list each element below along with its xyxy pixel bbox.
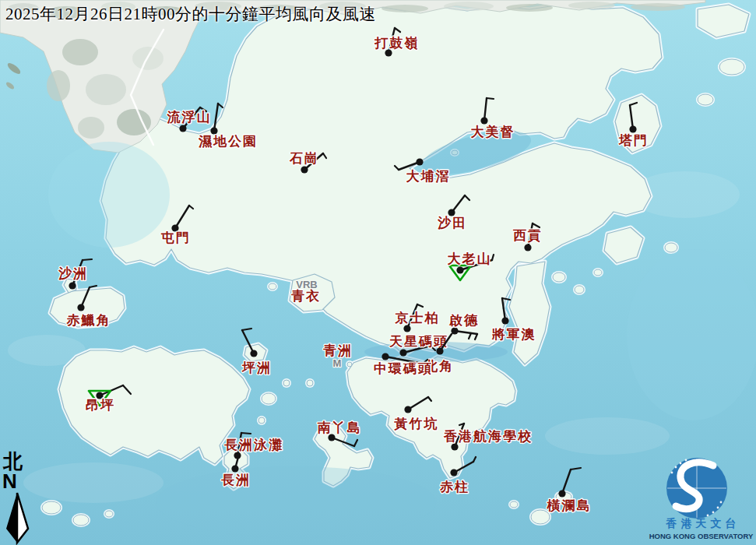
station-dot xyxy=(301,166,308,173)
circle-shape xyxy=(680,462,682,465)
ellipse-shape xyxy=(627,249,756,420)
station-label: 沙洲 xyxy=(58,266,88,281)
station-label: 坪洲 xyxy=(241,360,272,375)
station-label: 橫瀾島 xyxy=(547,498,592,513)
wind-barb-tick xyxy=(487,98,494,99)
station-label: 沙田 xyxy=(437,216,467,230)
ellipse-shape xyxy=(48,142,170,248)
station-label: 長洲 xyxy=(221,473,251,487)
circle-shape xyxy=(717,507,719,509)
wind-map-page: 打鼓嶺流浮山濕地公園石崗屯門沙洲赤鱲角大埔滘大美督塔門沙田西貢大老山青衣VRB京… xyxy=(0,0,756,545)
station-label: 赤柱 xyxy=(439,480,469,494)
station-dot xyxy=(77,304,84,311)
wind-map-svg: 打鼓嶺流浮山濕地公園石崗屯門沙洲赤鱲角大埔滘大美督塔門沙田西貢大老山青衣VRB京… xyxy=(0,0,756,545)
ellipse-shape xyxy=(269,283,276,290)
station-label: 青衣 xyxy=(291,289,321,304)
station-label: 流浮山 xyxy=(167,110,212,125)
station-dot xyxy=(403,325,410,332)
station-dot xyxy=(436,347,443,354)
station-label: 黃竹坑 xyxy=(394,416,439,431)
station-label: 中環碼頭 xyxy=(374,361,433,376)
station-label: 大美督 xyxy=(471,124,515,139)
ellipse-shape xyxy=(382,5,428,12)
north-arrow-icon xyxy=(2,491,32,545)
station-dot xyxy=(524,244,531,251)
ellipse-shape xyxy=(553,272,565,282)
hko-logo-name-en: HONG KONG OBSERVATORY xyxy=(646,532,756,540)
ellipse-shape xyxy=(545,417,670,455)
station-label: 青洲 xyxy=(323,343,353,358)
station-dot xyxy=(404,406,411,413)
station-dot xyxy=(558,490,565,497)
station-dot xyxy=(451,443,458,450)
ellipse-shape xyxy=(594,269,602,276)
ellipse-shape xyxy=(258,417,265,424)
station-label: 赤鱲角 xyxy=(66,313,111,328)
station-青衣: 青衣VRB xyxy=(291,279,321,304)
station-label: 西貢 xyxy=(512,228,543,243)
north-indicator: 北 N xyxy=(2,452,33,545)
ellipse-shape xyxy=(42,501,61,514)
circle-shape xyxy=(720,501,723,504)
ellipse-shape xyxy=(698,94,713,105)
wind-barb-tick xyxy=(83,259,92,260)
hko-logo: 香港天文台 HONG KONG OBSERVATORY xyxy=(646,452,756,545)
station-label: 塔門 xyxy=(618,133,649,148)
hko-logo-icon xyxy=(646,452,756,545)
wind-barb-tick xyxy=(241,433,251,434)
north-hanzi: 北 xyxy=(3,452,33,471)
station-label: 大老山 xyxy=(448,251,492,266)
station-dot xyxy=(480,117,487,124)
ellipse-shape xyxy=(719,59,744,75)
ellipse-shape xyxy=(506,4,553,12)
circle-shape xyxy=(671,472,673,474)
station-label: 南丫島 xyxy=(318,420,362,435)
station-label: 啟德 xyxy=(448,313,479,328)
ellipse-shape xyxy=(510,501,518,508)
ellipse-shape xyxy=(156,466,436,538)
ellipse-shape xyxy=(262,393,276,404)
ellipse-shape xyxy=(568,2,615,9)
ellipse-shape xyxy=(105,511,113,517)
ellipse-shape xyxy=(86,74,126,105)
station-label: 將軍澳 xyxy=(491,327,536,342)
station-label: 打鼓嶺 xyxy=(374,36,420,51)
station-tag: VRB xyxy=(296,279,317,290)
station-label: 大埔滘 xyxy=(406,169,451,184)
station-dot xyxy=(69,282,76,289)
circle-shape xyxy=(712,512,715,514)
station-label: 天星碼頭 xyxy=(389,334,448,349)
station-dot xyxy=(382,353,389,360)
ellipse-shape xyxy=(78,117,104,139)
station-label: 京士柏 xyxy=(395,311,440,325)
north-letter: N xyxy=(2,471,33,491)
ellipse-shape xyxy=(444,2,494,11)
station-label: 石崗 xyxy=(289,151,319,166)
ellipse-shape xyxy=(307,380,313,386)
station-label: 屯門 xyxy=(160,230,191,245)
circle-shape xyxy=(675,466,677,469)
ellipse-shape xyxy=(47,70,70,101)
ellipse-shape xyxy=(62,39,98,65)
circle-shape xyxy=(707,515,709,517)
map-title: 2025年12月26日21時00分的十分鐘平均風向及風速 xyxy=(5,3,376,25)
hko-logo-name-cn: 香港天文台 xyxy=(646,517,756,531)
circle-shape xyxy=(685,459,687,462)
ellipse-shape xyxy=(665,243,677,252)
station-label: 昂坪 xyxy=(86,398,115,413)
station-label: 香港航海學校 xyxy=(443,429,533,444)
station-label: 濕地公園 xyxy=(198,134,258,149)
ellipse-shape xyxy=(575,286,584,294)
ellipse-shape xyxy=(283,380,290,386)
station-dot xyxy=(231,465,238,472)
station-dot xyxy=(250,350,257,357)
station-tag: M xyxy=(333,357,342,369)
station-dot xyxy=(629,125,636,132)
ellipse-shape xyxy=(347,362,352,367)
station-dot xyxy=(456,266,463,273)
station-dot xyxy=(399,349,406,356)
station-label: 長洲泳灘 xyxy=(224,438,283,452)
station-dot xyxy=(501,317,508,324)
station-dot xyxy=(416,158,423,165)
station-dot xyxy=(179,125,186,132)
